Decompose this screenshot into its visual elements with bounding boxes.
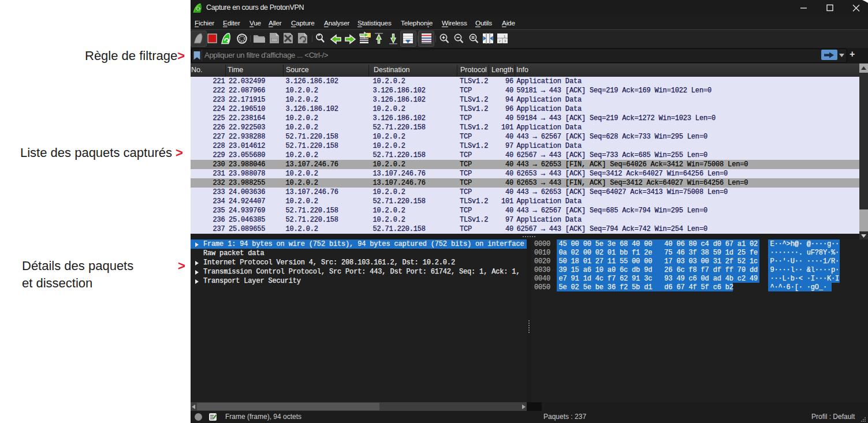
svg-text:010: 010 xyxy=(271,38,277,42)
